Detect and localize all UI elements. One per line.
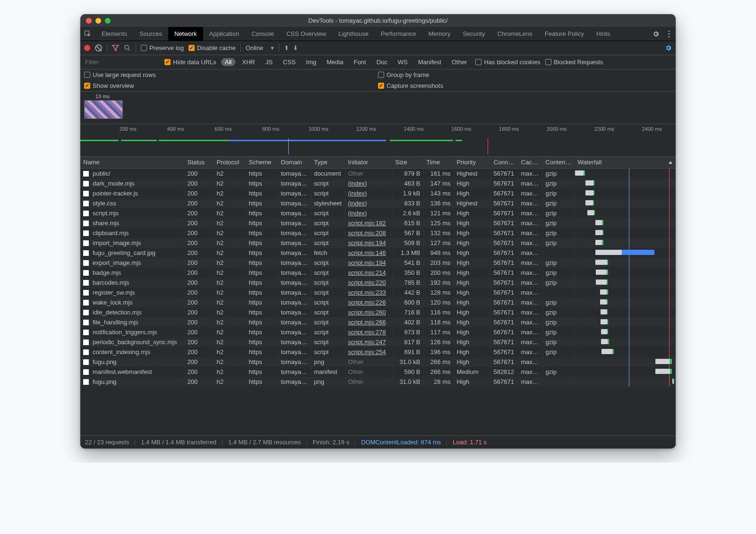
column-header-protocol[interactable]: Protocol — [214, 157, 246, 168]
table-row[interactable]: fugu_greeting_card.jpg200h2httpstomayac…… — [80, 248, 676, 258]
capture-screenshots-checkbox[interactable]: Capture screenshots — [378, 82, 672, 89]
initiator-link[interactable]: script.mjs:220 — [348, 279, 386, 286]
type-filter-img[interactable]: Img — [302, 58, 320, 66]
column-header-priority[interactable]: Priority — [454, 157, 490, 168]
download-har-icon[interactable]: ⬇ — [293, 44, 298, 51]
record-button[interactable] — [84, 45, 90, 51]
table-row[interactable]: fugu.png200h2httpstomayac…pngOther31.0 k… — [80, 377, 676, 387]
screenshot-thumbnail[interactable] — [84, 100, 123, 119]
column-header-size[interactable]: Size — [392, 157, 423, 168]
has-blocked-cookies-checkbox[interactable]: Has blocked cookies — [475, 59, 540, 66]
tab-hints[interactable]: Hints — [590, 27, 617, 41]
table-row[interactable]: notification_triggers.mjs200h2httpstomay… — [80, 327, 676, 337]
tab-css-overview[interactable]: CSS Overview — [280, 27, 333, 41]
table-row[interactable]: import_image.mjs200h2httpstomayac…script… — [80, 238, 676, 248]
initiator-link[interactable]: (index) — [348, 180, 367, 187]
column-header-initiator[interactable]: Initiator — [345, 157, 392, 168]
initiator-link[interactable]: script.mjs:214 — [348, 269, 386, 276]
type-filter-all[interactable]: All — [221, 58, 235, 66]
upload-har-icon[interactable]: ⬆ — [284, 44, 289, 51]
kebab-menu-icon[interactable] — [662, 27, 676, 41]
large-rows-checkbox[interactable]: Use large request rows — [84, 71, 378, 78]
initiator-link[interactable]: script.mjs:254 — [348, 348, 386, 356]
table-row[interactable]: style.css200h2httpstomayac…stylesheet(in… — [80, 198, 676, 208]
table-row[interactable]: register_sw.mjs200h2httpstomayac…scripts… — [80, 288, 676, 297]
inspect-element-icon[interactable] — [80, 27, 95, 41]
table-row[interactable]: periodic_background_sync.mjs200h2httpsto… — [80, 337, 676, 347]
initiator-link[interactable]: script.mjs:266 — [348, 319, 386, 326]
table-row[interactable]: idle_detection.mjs200h2httpstomayac…scri… — [80, 307, 676, 317]
blocked-requests-checkbox[interactable]: Blocked Requests — [545, 59, 603, 66]
type-filter-js[interactable]: JS — [262, 58, 276, 66]
tab-memory[interactable]: Memory — [422, 27, 456, 41]
type-filter-xhr[interactable]: XHR — [238, 58, 258, 66]
initiator-link[interactable]: script.mjs:260 — [348, 309, 386, 316]
type-filter-css[interactable]: CSS — [279, 58, 300, 66]
settings-gear-icon[interactable] — [649, 27, 662, 41]
requests-table[interactable]: NameStatusProtocolSchemeDomainTypeInitia… — [80, 157, 676, 435]
tab-network[interactable]: Network — [168, 27, 203, 41]
network-settings-icon[interactable] — [665, 44, 672, 51]
table-row[interactable]: wake_lock.mjs200h2httpstomayac…scriptscr… — [80, 297, 676, 307]
close-icon[interactable] — [86, 18, 92, 24]
type-filter-manifest[interactable]: Manifest — [414, 58, 445, 66]
column-header-waterfall[interactable]: Waterfall — [575, 157, 676, 168]
type-filter-doc[interactable]: Doc — [373, 58, 391, 66]
table-row[interactable]: share.mjs200h2httpstomayac…scriptscript.… — [80, 218, 676, 228]
maximize-icon[interactable] — [105, 18, 111, 24]
tab-security[interactable]: Security — [456, 27, 491, 41]
tab-chromelens[interactable]: ChromeLens — [491, 27, 538, 41]
tab-elements[interactable]: Elements — [95, 27, 133, 41]
tab-console[interactable]: Console — [245, 27, 280, 41]
tab-performance[interactable]: Performance — [375, 27, 422, 41]
type-filter-ws[interactable]: WS — [394, 58, 412, 66]
table-row[interactable]: dark_mode.mjs200h2httpstomayac…script(in… — [80, 178, 676, 188]
initiator-link[interactable]: (index) — [348, 200, 367, 207]
search-icon[interactable] — [124, 44, 131, 51]
column-header-content[interactable]: Content-… — [542, 157, 575, 168]
initiator-link[interactable]: script.mjs:146 — [348, 249, 386, 256]
tab-sources[interactable]: Sources — [133, 27, 168, 41]
column-header-type[interactable]: Type — [311, 157, 345, 168]
minimize-icon[interactable] — [95, 18, 101, 24]
initiator-link[interactable]: (index) — [348, 190, 367, 197]
column-header-conne[interactable]: Conne… — [490, 157, 518, 168]
table-row[interactable]: export_image.mjs200h2httpstomayac…script… — [80, 258, 676, 268]
initiator-link[interactable]: script.mjs:182 — [348, 220, 386, 227]
table-row[interactable]: fugu.png200h2httpstomayac…pngOther31.0 k… — [80, 357, 676, 367]
tab-lighthouse[interactable]: Lighthouse — [332, 27, 375, 41]
overview-timeline[interactable]: 200 ms400 ms600 ms800 ms1000 ms1200 ms14… — [80, 124, 676, 157]
initiator-link[interactable]: script.mjs:194 — [348, 259, 386, 266]
initiator-link[interactable]: script.mjs:194 — [348, 239, 386, 246]
filter-funnel-icon[interactable] — [112, 44, 119, 51]
type-filter-font[interactable]: Font — [350, 58, 370, 66]
throttling-select[interactable]: Online ▾ — [246, 44, 275, 51]
initiator-link[interactable]: script.mjs:208 — [348, 229, 386, 237]
table-row[interactable]: manifest.webmanifest200h2httpstomayac…ma… — [80, 367, 676, 377]
column-header-scheme[interactable]: Scheme — [246, 157, 278, 168]
table-row[interactable]: script.mjs200h2httpstomayac…script(index… — [80, 208, 676, 218]
table-row[interactable]: clipboard.mjs200h2httpstomayac…scriptscr… — [80, 228, 676, 238]
initiator-link[interactable]: (index) — [348, 210, 367, 217]
group-by-frame-checkbox[interactable]: Group by frame — [378, 71, 672, 78]
table-row[interactable]: pointer-tracker.js200h2httpstomayac…scri… — [80, 188, 676, 198]
column-header-domain[interactable]: Domain — [278, 157, 311, 168]
preserve-log-checkbox[interactable]: Preserve log — [141, 44, 184, 51]
column-header-name[interactable]: Name — [80, 157, 184, 168]
initiator-link[interactable]: script.mjs:233 — [348, 289, 386, 296]
initiator-link[interactable]: script.mjs:226 — [348, 299, 386, 306]
tab-application[interactable]: Application — [203, 27, 246, 41]
disable-cache-checkbox[interactable]: Disable cache — [189, 44, 236, 51]
initiator-link[interactable]: script.mjs:247 — [348, 339, 386, 346]
hide-data-urls-checkbox[interactable]: Hide data URLs — [164, 59, 216, 66]
column-header-cach[interactable]: Cach… — [518, 157, 542, 168]
column-header-status[interactable]: Status — [184, 157, 214, 168]
type-filter-media[interactable]: Media — [323, 58, 347, 66]
filter-input[interactable] — [84, 57, 160, 68]
table-row[interactable]: public/200h2httpstomayac…documentOther87… — [80, 168, 676, 178]
table-row[interactable]: barcodes.mjs200h2httpstomayac…scriptscri… — [80, 278, 676, 288]
column-header-time[interactable]: Time — [423, 157, 454, 168]
show-overview-checkbox[interactable]: Show overview — [84, 82, 378, 89]
initiator-link[interactable]: script.mjs:278 — [348, 329, 386, 336]
clear-button[interactable] — [95, 44, 102, 51]
